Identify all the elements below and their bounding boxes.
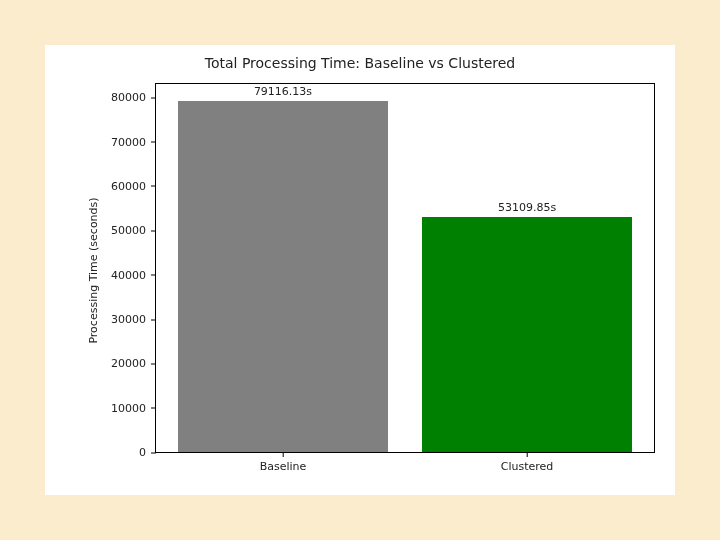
chart-card: Total Processing Time: Baseline vs Clust… [45, 45, 675, 495]
y-tick: 10000 [111, 401, 156, 414]
bar-value-label: 79116.13s [254, 85, 312, 98]
x-tick: Clustered [501, 452, 554, 473]
y-tick: 30000 [111, 313, 156, 326]
y-tick: 70000 [111, 135, 156, 148]
bar-value-label: 53109.85s [498, 201, 556, 214]
y-tick: 0 [139, 446, 156, 459]
y-tick: 80000 [111, 91, 156, 104]
y-axis-label-container: Processing Time (seconds) [85, 45, 101, 495]
y-axis-label: Processing Time (seconds) [87, 197, 100, 343]
bar-baseline: 79116.13s [178, 101, 387, 452]
y-tick: 40000 [111, 268, 156, 281]
y-tick: 50000 [111, 224, 156, 237]
y-tick: 60000 [111, 179, 156, 192]
bar-clustered: 53109.85s [422, 217, 631, 452]
y-tick: 20000 [111, 357, 156, 370]
chart-title: Total Processing Time: Baseline vs Clust… [45, 55, 675, 71]
plot-area: 0100002000030000400005000060000700008000… [155, 83, 655, 453]
x-tick: Baseline [260, 452, 307, 473]
